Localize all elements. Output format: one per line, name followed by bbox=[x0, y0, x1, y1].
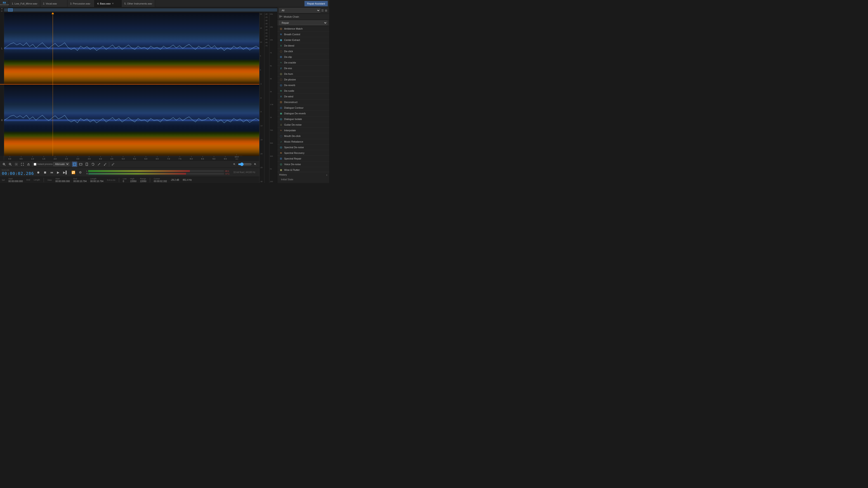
overview-indicator[interactable] bbox=[8, 8, 13, 11]
hand-tool-button[interactable] bbox=[26, 162, 31, 167]
tab-1[interactable]: 1. Low_Full_Mirror.wav bbox=[9, 0, 40, 7]
zoom-plus-icon bbox=[254, 163, 256, 165]
spectral-repair-label: Spectral Repair bbox=[284, 157, 301, 160]
ambience-match-label: Ambience Match bbox=[284, 27, 303, 30]
time-ruler-spacer bbox=[0, 156, 4, 160]
spectrogram-L[interactable] bbox=[4, 13, 259, 84]
spectral-repair-icon: ⊞ bbox=[279, 157, 283, 160]
svg-rect-7 bbox=[15, 163, 18, 165]
instant-process-checkbox[interactable] bbox=[34, 163, 36, 166]
module-item-mouth-de-click[interactable]: ◌ Mouth De-click bbox=[277, 133, 329, 139]
zoom-slider[interactable] bbox=[238, 162, 252, 166]
module-item-deconstruct[interactable]: ⊟ Deconstruct bbox=[277, 99, 329, 105]
lasso-button[interactable] bbox=[90, 162, 96, 167]
module-item-spectral-repair[interactable]: ⊞ Spectral Repair bbox=[277, 156, 329, 162]
collapse-top[interactable]: ✕ bbox=[0, 7, 4, 10]
module-item-de-bleed[interactable]: ≡ De-bleed bbox=[277, 43, 329, 48]
repair-dropdown[interactable]: Repair bbox=[279, 21, 327, 25]
brush-button[interactable] bbox=[102, 162, 108, 167]
status-cursor: Cursor 00:00:02.332 bbox=[154, 177, 167, 183]
record-button[interactable]: ⏺ bbox=[36, 170, 41, 175]
zoom-sel-button[interactable] bbox=[13, 162, 19, 167]
zoom-fit-button[interactable] bbox=[20, 162, 25, 167]
tab-3[interactable]: 3. Percussion.wav bbox=[67, 0, 94, 7]
module-item-spectral-de-noise[interactable]: ◎ Spectral De-noise bbox=[277, 144, 329, 150]
tab-5[interactable]: 5. Other Instruments.wav bbox=[122, 0, 155, 7]
module-chain-label: Module Chain bbox=[284, 15, 299, 18]
module-item-de-plosive[interactable]: ◌ De-plosive bbox=[277, 77, 329, 83]
zoom-sel-icon bbox=[15, 163, 18, 166]
collapse-bottom[interactable]: ≡ bbox=[0, 10, 4, 12]
status-view-start: Start 00:00:000.000 bbox=[55, 177, 70, 183]
magic-wand-button[interactable] bbox=[96, 162, 102, 167]
module-item-de-crackle[interactable]: ≈ De-crackle bbox=[277, 60, 329, 66]
tab-2[interactable]: 2. Vocal.wav bbox=[40, 0, 67, 7]
wow-flutter-icon: ◉ bbox=[279, 168, 283, 172]
module-item-wow-flutter[interactable]: ◉ Wow & Flutter bbox=[277, 167, 329, 172]
toolbar-divider-1 bbox=[32, 162, 33, 166]
de-wind-icon: ≡ bbox=[279, 95, 283, 98]
module-item-de-rustle[interactable]: ≋ De-rustle bbox=[277, 88, 329, 94]
zoom-in-button[interactable] bbox=[1, 162, 7, 167]
play-sel-button[interactable]: ▶▌ bbox=[62, 170, 69, 175]
module-item-center-extract[interactable]: ◉ Center Extract bbox=[277, 37, 329, 43]
de-plosive-label: De-plosive bbox=[284, 78, 296, 81]
svg-rect-11 bbox=[86, 163, 88, 166]
module-item-guitar-de-noise[interactable]: ♫ Guitar De-noise bbox=[277, 122, 329, 128]
time-display: h:m:s.ms 00:00:02.286 bbox=[2, 169, 34, 176]
play-button[interactable]: ▶ bbox=[56, 170, 60, 175]
svg-line-5 bbox=[11, 165, 12, 166]
toolbar-divider-2 bbox=[70, 162, 71, 166]
module-item-de-click[interactable]: ◌ De-click bbox=[277, 48, 329, 54]
svg-line-23 bbox=[256, 165, 256, 165]
tab-4-close[interactable]: ✕ bbox=[112, 2, 114, 5]
pencil-button[interactable] bbox=[110, 162, 116, 167]
zoom-plus-button[interactable] bbox=[252, 162, 258, 167]
module-item-de-wind[interactable]: ≡ De-wind bbox=[277, 94, 329, 99]
module-item-breath-control[interactable]: ≋ Breath Control bbox=[277, 32, 329, 37]
module-item-ambience-match[interactable]: ◎ Ambience Match bbox=[277, 26, 329, 32]
time-select-button[interactable] bbox=[78, 162, 84, 167]
loop-button[interactable]: 🔁 bbox=[70, 170, 76, 175]
zoom-out-icon bbox=[8, 163, 12, 166]
panel-menu-button[interactable]: ☰ bbox=[321, 9, 324, 12]
overview-bar[interactable] bbox=[4, 8, 277, 11]
status-hz-val: 851.4 Hz bbox=[183, 179, 192, 181]
module-item-de-reverb[interactable]: ◎ De-reverb bbox=[277, 83, 329, 88]
tab-4-label: 4. Bass.wav bbox=[97, 2, 111, 5]
stop-button[interactable]: ⏹ bbox=[42, 170, 48, 175]
module-item-voice-de-noise[interactable]: ◎ Voice De-noise bbox=[277, 162, 329, 167]
channel-L-label: L bbox=[0, 13, 4, 84]
module-item-dialogue-isolate[interactable]: ◎ Dialogue Isolate bbox=[277, 116, 329, 122]
zoom-out-button[interactable] bbox=[7, 162, 13, 167]
magic-wand-icon bbox=[97, 163, 101, 166]
prev-button[interactable]: ⏮ bbox=[49, 170, 54, 175]
zoom-minus-button[interactable] bbox=[232, 162, 237, 167]
module-item-de-hum[interactable]: ◎ De-hum bbox=[277, 71, 329, 77]
status-cursor-val: 00:00:02.332 bbox=[154, 180, 167, 183]
repair-assistant-button[interactable]: Repair Assistant bbox=[305, 1, 328, 6]
module-item-de-ess[interactable]: ƨ De-ess bbox=[277, 66, 329, 71]
module-item-dialogue-de-reverb[interactable]: ◉ Dialogue De-reverb bbox=[277, 111, 329, 116]
tick-15: 7.5 bbox=[174, 156, 186, 160]
settings-button[interactable]: ⚙ bbox=[78, 170, 83, 175]
attenuation-dropdown[interactable]: Attenuate bbox=[53, 162, 69, 166]
module-item-de-clip[interactable]: ⊞ De-clip bbox=[277, 54, 329, 60]
module-item-interpolate[interactable]: ≈ Interpolate bbox=[277, 128, 329, 133]
module-chain-button[interactable]: Module Chain bbox=[277, 14, 329, 20]
spectrogram-R[interactable] bbox=[4, 85, 259, 156]
module-item-music-rebalance[interactable]: ♪ Music Rebalance bbox=[277, 139, 329, 144]
svg-line-19 bbox=[235, 165, 235, 165]
panel-layout-button[interactable]: ⊞ bbox=[325, 9, 327, 12]
freq-select-button[interactable] bbox=[84, 162, 90, 167]
history-expand-button[interactable]: › bbox=[326, 173, 327, 177]
status-range-val: 22050 bbox=[140, 180, 146, 183]
select-tool-button[interactable] bbox=[72, 162, 77, 167]
filter-dropdown[interactable]: All bbox=[279, 8, 320, 13]
mouth-de-click-label: Mouth De-click bbox=[284, 135, 301, 137]
module-item-spectral-recovery[interactable]: ≋ Spectral Recovery bbox=[277, 150, 329, 156]
module-item-dialogue-contour[interactable]: ◎ Dialogue Contour bbox=[277, 105, 329, 111]
freq-select-icon bbox=[85, 163, 88, 166]
deconstruct-icon: ⊟ bbox=[279, 100, 283, 104]
tab-4[interactable]: 4. Bass.wav ✕ bbox=[94, 0, 122, 7]
